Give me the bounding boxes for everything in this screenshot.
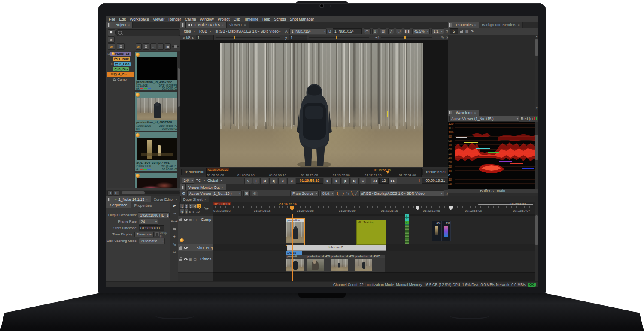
menu-cache[interactable]: Cache	[185, 17, 196, 21]
tab-monitor-out[interactable]: Viewer Monitor Out×	[186, 184, 226, 190]
step-fwd-button[interactable]: ▶▶	[389, 178, 397, 184]
pen-icon[interactable]: ╲	[351, 191, 353, 196]
goto-end-button[interactable]: ▶|	[351, 178, 359, 184]
marker-flag-2[interactable]: 2	[185, 204, 188, 209]
timeline-playhead-flag-icon[interactable]	[290, 206, 294, 211]
close-icon[interactable]: ×	[222, 23, 224, 27]
bit-depth-dropdown[interactable]: 8 bit	[320, 190, 334, 196]
edit-pencil-icon[interactable]: ✎	[471, 29, 474, 33]
timeline-vscroll[interactable]	[535, 214, 538, 281]
sort-alpha2-icon[interactable]: a₂	[136, 43, 142, 50]
disk-caching-dropdown[interactable]: Automatic	[139, 238, 165, 244]
menu-clip[interactable]: Clip	[234, 17, 240, 21]
viewer-ruler[interactable]: 01:00:00:00 01:00:00:00:20 01:00:00:00 0…	[180, 167, 448, 177]
close-icon[interactable]: ×	[128, 23, 130, 27]
menu-render[interactable]: Render	[168, 17, 181, 21]
clip-comp-selected[interactable]: production	[286, 218, 305, 246]
gain-slider[interactable]	[216, 37, 280, 38]
close-icon[interactable]: ×	[474, 23, 477, 27]
clip-plate-3[interactable]: production_id_4957760	[330, 255, 354, 272]
layer-dropdown[interactable]: RGB	[197, 29, 212, 34]
volume-slider[interactable]	[381, 37, 432, 38]
step-count[interactable]: 12	[379, 178, 389, 184]
marker-flag-3[interactable]: 3	[189, 204, 193, 209]
tab-timeline-sequence[interactable]: ≡ 1_Nuke 14.1/15×	[112, 196, 151, 202]
scroll-right-icon[interactable]: ▸	[114, 190, 119, 196]
loop-mode-icon[interactable]: ↻	[244, 178, 252, 184]
hand1-icon[interactable]: ❨	[336, 191, 340, 196]
subtab-sequence[interactable]: Sequence	[106, 202, 131, 208]
step-back-button[interactable]: ◀◀	[371, 178, 379, 184]
tab-viewer1[interactable]: Viewer1×	[227, 22, 249, 28]
waveform-source-dropdown[interactable]: Active Viewer (1_Nu../15 )	[449, 116, 519, 122]
waveform-channel[interactable]: Red (r)	[521, 117, 533, 121]
camera-icon[interactable]: ◎	[252, 191, 258, 196]
stereo-icon[interactable]: ▭	[364, 28, 371, 34]
tree-item-2[interactable]: ⊞🗀2_Foo	[107, 62, 134, 66]
gear-icon[interactable]: ⚙	[182, 191, 185, 196]
gamma-input[interactable]: 1	[289, 35, 307, 41]
drop-frame-checkbox[interactable]	[155, 232, 159, 236]
menu-timeline[interactable]: Timeline	[244, 17, 258, 21]
range-dropdown[interactable]: Global	[206, 178, 223, 183]
close-icon[interactable]: ×	[518, 23, 520, 27]
close-icon[interactable]: ×	[474, 111, 476, 115]
close-icon[interactable]: ×	[146, 198, 148, 202]
rgb-channels-icon[interactable]	[534, 117, 538, 120]
timeline-marker1-flag-icon[interactable]	[416, 206, 419, 210]
clip-grade3-effect[interactable]: Grade3	[286, 251, 302, 255]
clipping-icon[interactable]: ╱	[388, 28, 394, 34]
goto-start-button[interactable]: |◀	[260, 178, 268, 184]
monitor-icon[interactable]: ▣	[243, 191, 250, 196]
slider-knob[interactable]	[174, 45, 177, 48]
pane-menu-icon[interactable]	[448, 22, 453, 28]
clip-inference2[interactable]: Inference2	[287, 245, 386, 251]
output-resolution-dropdown[interactable]: 1920x1080 HD_108	[138, 212, 170, 218]
track-header-shotprep[interactable]: Shot Prep	[178, 244, 215, 251]
properties-scrollbar[interactable]: ▲ ▼	[535, 35, 538, 110]
marker-flag-5[interactable]: 5	[197, 204, 201, 209]
razor-tool-icon[interactable]: ✂	[170, 247, 179, 254]
volume-icon[interactable]: ◄)	[375, 36, 380, 39]
fstop-value[interactable]: f/8	[186, 36, 191, 40]
bin-scrollbar[interactable]	[177, 51, 180, 188]
trim-tool-icon[interactable]: ⇤⇥	[170, 216, 179, 223]
tc-mode-dropdown[interactable]: TC	[194, 178, 206, 183]
menu-help[interactable]: Help	[262, 17, 270, 21]
pane-menu-icon[interactable]	[448, 110, 453, 116]
marker-flags-rest[interactable]: 8 9 10	[189, 210, 200, 214]
tab-waveform[interactable]: Waveform×	[453, 110, 479, 116]
clip-retime-2[interactable]: .0%	[441, 221, 451, 241]
tree-item-1[interactable]: 🗁1_Nuk	[107, 57, 134, 61]
slash-icon[interactable]: ╱	[355, 191, 357, 196]
play-back-button[interactable]: ◀	[287, 178, 295, 184]
input-a-dropdown[interactable]: 1_Nuk../15ᵃ	[289, 28, 327, 34]
bin-clip-1[interactable]: production_id_4957762 875x968673f @50FPS…	[135, 52, 179, 90]
thumb-grid-icon[interactable]: ⠿	[150, 43, 156, 50]
tab-background-renders[interactable]: Background Renders×	[479, 22, 523, 28]
scroll-left-icon[interactable]: ◂	[107, 190, 113, 196]
menu-shot-manager[interactable]: Shot Manager	[290, 17, 314, 21]
waveform-scrollbar[interactable]	[535, 122, 538, 189]
track-blend-icon[interactable]: ▢	[194, 218, 197, 222]
track-visible-icon[interactable]	[184, 258, 188, 260]
track-header-plates[interactable]: ▦▢ Plates	[178, 251, 213, 273]
gamma-slider[interactable]	[309, 37, 369, 38]
bin-clip-3[interactable]: SQ1_S04_comp > v01 2000x108075f @24FPS r…	[135, 132, 179, 171]
project-view-mode-button[interactable]	[108, 29, 115, 36]
list-view-icon[interactable]: ≣	[117, 43, 125, 50]
wipe-icon[interactable]: ▨	[380, 28, 387, 34]
menu-viewer[interactable]: Viewer	[153, 17, 164, 21]
marker-flag-6[interactable]: 6	[180, 209, 184, 214]
node-limit-input[interactable]: 5	[450, 28, 458, 34]
menu-workspace[interactable]: Workspace	[130, 17, 149, 21]
sort-alpha-icon[interactable]: a₂	[108, 43, 115, 50]
scroll-down-icon[interactable]: ▼	[535, 107, 538, 109]
tree-item-root[interactable]: ⊟Nuke_15	[107, 51, 134, 56]
track-lock-icon[interactable]	[179, 219, 182, 221]
track-visible-icon[interactable]	[184, 219, 188, 221]
bin-clip-4[interactable]: SQ_Pilot_S001_comp > 2048x1152111f @24FP…	[135, 173, 179, 188]
annotate-pencil-icon[interactable]: ✎	[441, 36, 444, 40]
move-tool-icon[interactable]: ⇥	[170, 208, 179, 216]
input-b-dropdown[interactable]: 1_Nuk../15ᵃ	[333, 28, 362, 34]
